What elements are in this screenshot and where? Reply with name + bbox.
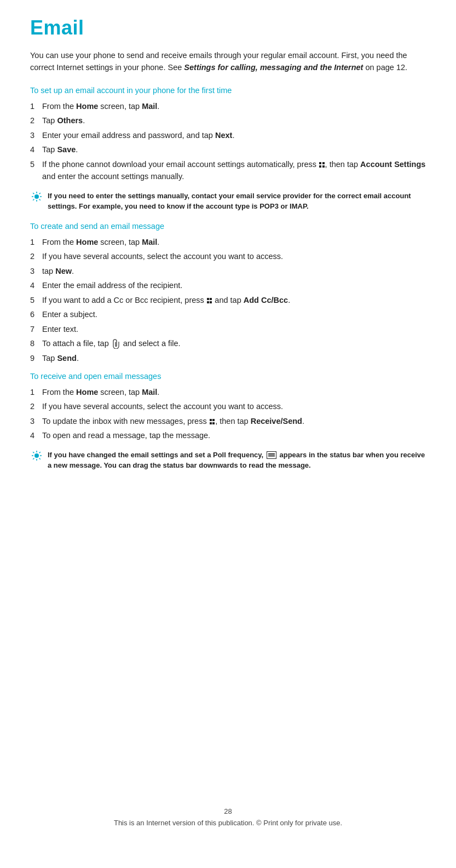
setup-tip-text: If you need to enter the settings manual…: [48, 191, 426, 212]
create-step-5: 5 If you want to add a Cc or Bcc recipie…: [30, 294, 426, 306]
setup-tip-box: If you need to enter the settings manual…: [30, 191, 426, 212]
grid-icon: [319, 162, 325, 168]
setup-step-3: 3 Enter your email address and password,…: [30, 129, 426, 141]
svg-point-9: [34, 453, 39, 458]
grid-icon-3: [210, 419, 215, 424]
receive-step-3: 3 To update the inbox with new messages,…: [30, 415, 426, 427]
create-step-1: 1 From the Home screen, tap Mail.: [30, 236, 426, 248]
setup-steps-list: 1 From the Home screen, tap Mail. 2 Tap …: [30, 100, 426, 183]
create-step-7: 7 Enter text.: [30, 323, 426, 335]
page-number: 28: [30, 807, 426, 815]
receive-tip-icon: [30, 450, 43, 461]
svg-line-5: [33, 193, 34, 194]
setup-step-4: 4 Tap Save.: [30, 143, 426, 156]
receive-tip-text: If you have changed the email settings a…: [48, 450, 426, 471]
svg-line-17: [33, 458, 34, 459]
paperclip-icon: [112, 339, 120, 349]
create-step-6: 6 Enter a subject.: [30, 308, 426, 320]
create-step-2: 2 If you have several accounts, select t…: [30, 250, 426, 262]
svg-line-14: [33, 452, 34, 453]
svg-line-15: [39, 458, 41, 459]
svg-line-6: [39, 199, 41, 200]
receive-step-4: 4 To open and read a message, tap the me…: [30, 429, 426, 441]
svg-point-0: [34, 194, 39, 199]
receive-tip-box: If you have changed the email settings a…: [30, 450, 426, 471]
create-step-4: 4 Enter the email address of the recipie…: [30, 279, 426, 291]
grid-icon-2: [207, 298, 212, 303]
create-steps-list: 1 From the Home screen, tap Mail. 2 If y…: [30, 236, 426, 364]
svg-line-7: [39, 193, 41, 194]
tip-icon: [30, 191, 43, 202]
receive-step-1: 1 From the Home screen, tap Mail.: [30, 386, 426, 398]
setup-step-5: 5 If the phone cannot download your emai…: [30, 158, 426, 183]
create-step-8: 8 To attach a file, tap and select a fil…: [30, 337, 426, 349]
svg-line-8: [33, 199, 34, 200]
receive-steps-list: 1 From the Home screen, tap Mail. 2 If y…: [30, 386, 426, 442]
poll-frequency-icon: [267, 451, 276, 459]
footer-disclaimer: This is an Internet version of this publ…: [114, 819, 342, 827]
receive-step-2: 2 If you have several accounts, select t…: [30, 400, 426, 412]
section-heading-receive: To receive and open email messages: [30, 372, 426, 381]
section-heading-setup: To set up an email account in your phone…: [30, 86, 426, 95]
intro-paragraph: You can use your phone to send and recei…: [30, 49, 426, 74]
page-title: Email: [30, 16, 426, 39]
create-step-3: 3 tap New.: [30, 265, 426, 277]
section-heading-create: To create and send an email message: [30, 222, 426, 231]
setup-step-2: 2 Tap Others.: [30, 114, 426, 127]
svg-line-16: [39, 452, 41, 453]
create-step-9: 9 Tap Send.: [30, 352, 426, 364]
setup-step-1: 1 From the Home screen, tap Mail.: [30, 100, 426, 112]
page-footer: 28 This is an Internet version of this p…: [30, 774, 426, 827]
